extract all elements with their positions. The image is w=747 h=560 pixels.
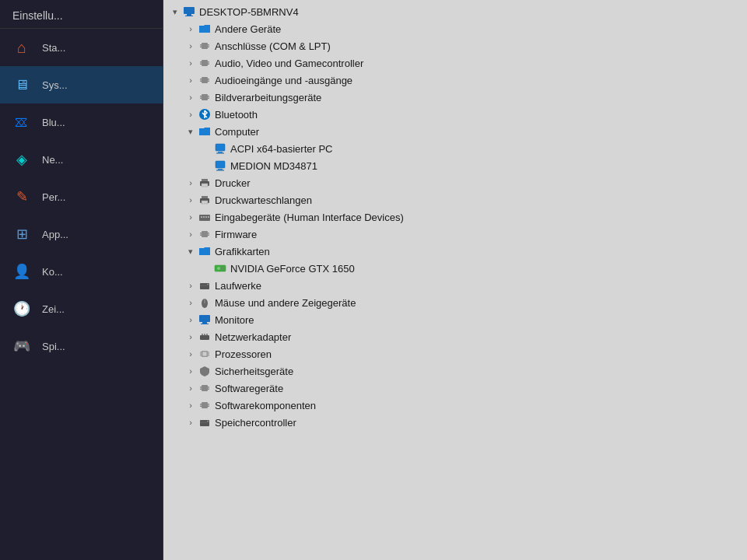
tree-item-andere[interactable]: ›Andere Geräte (163, 20, 747, 37)
sidebar-item-system[interactable]: 🖥 Sys... (0, 66, 163, 103)
settings-sidebar: Einstellu... ⌂ Sta... 🖥 Sys... ⯴ Blu... … (0, 0, 163, 560)
tree-icon-audio (198, 56, 212, 70)
tree-arrow-andere[interactable]: › (185, 23, 196, 35)
tree-item-grafikkarten[interactable]: ▾Grafikkarten (163, 243, 747, 260)
tree-arrow-medion[interactable] (201, 159, 212, 172)
svg-rect-69 (202, 385, 208, 391)
tree-icon-speicher (198, 415, 212, 429)
tree-arrow-grafikkarten[interactable]: ▾ (185, 245, 196, 257)
sidebar-item-network[interactable]: ◈ Ne... (0, 141, 163, 178)
tree-arrow-bildverarbeitung[interactable]: › (185, 91, 196, 103)
device-tree: ▾DESKTOP-5BMRNV4›Andere Geräte›Anschlüss… (163, 3, 747, 431)
svg-rect-21 (208, 96, 209, 97)
svg-rect-73 (208, 389, 209, 390)
svg-point-51 (207, 284, 209, 285)
tree-arrow-softwarekomponenten[interactable]: › (185, 399, 196, 411)
tree-item-laufwerke[interactable]: ›Laufwerke (163, 277, 747, 294)
tree-icon-mause (198, 296, 212, 310)
svg-rect-45 (208, 235, 209, 236)
sidebar-item-personalization[interactable]: ✎ Per... (0, 178, 163, 215)
sidebar-label-network: Ne... (42, 154, 63, 166)
tree-item-computer[interactable]: ▾Computer (163, 123, 747, 140)
tree-item-audioeingange[interactable]: ›Audioeingänge und -ausgänge (163, 72, 747, 89)
tree-item-anschlusse[interactable]: ›Anschlüsse (COM & LPT) (163, 37, 747, 54)
time-icon: 🕐 (11, 298, 33, 320)
tree-arrow-prozessoren[interactable]: › (185, 348, 196, 360)
svg-rect-7 (208, 47, 209, 48)
tree-arrow-acpi[interactable] (201, 142, 212, 155)
svg-rect-75 (200, 404, 202, 405)
apps-icon: ⊞ (11, 223, 33, 245)
tree-arrow-software[interactable]: › (185, 382, 196, 394)
tree-arrow-audio[interactable]: › (185, 57, 196, 69)
tree-icon-anschlusse (198, 39, 212, 53)
personalization-icon: ✎ (11, 186, 33, 208)
tree-item-software[interactable]: ›Softwaregeräte (163, 380, 747, 397)
tree-item-audio[interactable]: ›Audio, Video und Gamecontroller (163, 54, 747, 72)
svg-rect-77 (208, 404, 209, 405)
tree-label-speicher: Speichercontroller (215, 417, 296, 429)
tree-icon-firmware (198, 227, 212, 241)
tree-arrow-computer[interactable]: ▾ (185, 125, 196, 138)
tree-arrow-eingabe[interactable]: › (185, 211, 196, 223)
svg-rect-42 (200, 233, 202, 234)
sidebar-item-time[interactable]: 🕐 Zei... (0, 290, 163, 327)
svg-rect-5 (200, 47, 202, 48)
svg-rect-17 (208, 81, 209, 82)
tree-item-medion[interactable]: MEDION MD34871 (163, 157, 747, 174)
tree-item-speicher[interactable]: ›Speichercontroller (163, 414, 747, 431)
tree-arrow-audioeingange[interactable]: › (185, 74, 196, 86)
tree-item-eingabe[interactable]: ›Eingabegeräte (Human Interface Devices) (163, 208, 747, 226)
tree-arrow-nvidia[interactable] (201, 262, 212, 275)
tree-icon-netzwerk (198, 330, 212, 344)
svg-rect-29 (216, 170, 224, 171)
tree-arrow-bluetooth[interactable]: › (185, 108, 196, 121)
svg-rect-6 (208, 44, 209, 46)
tree-arrow-drucker[interactable]: › (185, 177, 196, 189)
svg-rect-28 (218, 169, 223, 170)
tree-arrow-sicherheit[interactable]: › (185, 365, 196, 377)
tree-arrow-druckwarte[interactable]: › (185, 194, 196, 206)
tree-label-software: Softwaregeräte (215, 383, 283, 394)
tree-item-netzwerk[interactable]: ›Netzwerkadapter (163, 328, 747, 345)
tree-arrow-desktop[interactable]: ▾ (170, 5, 181, 18)
sidebar-item-home[interactable]: ⌂ Sta... (0, 29, 163, 66)
svg-rect-72 (208, 387, 209, 388)
accounts-icon: 👤 (11, 261, 33, 282)
tree-item-acpi[interactable]: ACPI x64-basierter PC (163, 140, 747, 157)
tree-arrow-anschlusse[interactable]: › (185, 40, 196, 52)
bluetooth-icon: ⯴ (11, 111, 33, 133)
tree-arrow-netzwerk[interactable]: › (185, 331, 196, 343)
sidebar-item-apps[interactable]: ⊞ App... (0, 215, 163, 253)
tree-item-mause[interactable]: ›Mäuse und andere Zeigegeräte (163, 294, 747, 311)
tree-label-prozessoren: Prozessoren (215, 348, 272, 360)
sidebar-item-bluetooth[interactable]: ⯴ Blu... (0, 103, 163, 141)
svg-rect-18 (202, 94, 208, 100)
tree-item-drucker[interactable]: ›Drucker (163, 174, 747, 191)
device-manager-panel: ▾DESKTOP-5BMRNV4›Andere Geräte›Anschlüss… (163, 0, 747, 560)
svg-rect-37 (201, 216, 202, 218)
tree-icon-bildverarbeitung (198, 90, 212, 104)
tree-item-druckwarte[interactable]: ›Druckwarteschlangen (163, 191, 747, 208)
svg-rect-24 (216, 144, 225, 151)
tree-arrow-firmware[interactable]: › (185, 228, 196, 240)
tree-item-desktop[interactable]: ▾DESKTOP-5BMRNV4 (163, 3, 747, 20)
tree-arrow-speicher[interactable]: › (185, 416, 196, 429)
tree-icon-acpi (213, 142, 227, 156)
sidebar-item-accounts[interactable]: 👤 Ko... (0, 253, 163, 290)
tree-arrow-laufwerke[interactable]: › (185, 279, 196, 292)
svg-rect-12 (208, 64, 209, 65)
tree-item-bildverarbeitung[interactable]: ›Bildverarbeitungsgeräte (163, 89, 747, 106)
tree-item-monitore[interactable]: ›Monitore (163, 311, 747, 328)
tree-item-bluetooth[interactable]: ›Bluetooth (163, 106, 747, 123)
tree-arrow-monitore[interactable]: › (185, 313, 196, 326)
svg-rect-41 (202, 231, 208, 237)
sidebar-item-gaming[interactable]: 🎮 Spi... (0, 327, 163, 365)
tree-arrow-mause[interactable]: › (185, 296, 196, 309)
tree-label-anschlusse: Anschlüsse (COM & LPT) (215, 40, 331, 52)
tree-item-nvidia[interactable]: NVIDIA GeForce GTX 1650 (163, 260, 747, 277)
tree-item-sicherheit[interactable]: ›Sicherheitsgeräte (163, 362, 747, 380)
tree-item-softwarekomponenten[interactable]: ›Softwarekomponenten (163, 397, 747, 414)
tree-item-prozessoren[interactable]: ›Prozessoren (163, 345, 747, 362)
tree-item-firmware[interactable]: ›Firmware (163, 226, 747, 243)
